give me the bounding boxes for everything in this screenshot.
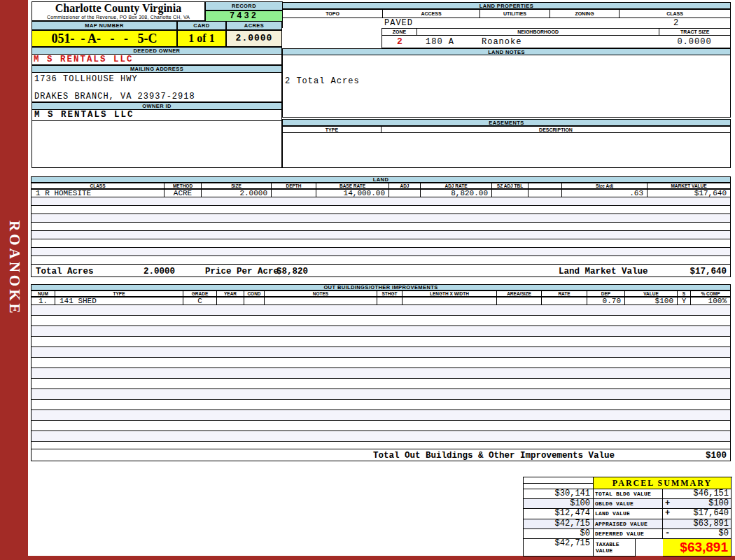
land-value-amount: $17,640 <box>694 509 729 519</box>
card-label: CARD <box>177 21 226 30</box>
total-bldg-amount: $46,151 <box>694 489 729 498</box>
prior-deferred-value: $0 <box>524 529 594 539</box>
neighborhood-name: Roanoke <box>482 37 522 47</box>
land-market-value-header: MARKET VALUE <box>648 183 731 189</box>
address-line-2: DRAKES BRANCH, VA 23937-2918 <box>34 92 195 102</box>
total-acres-label: Total Acres <box>36 267 94 276</box>
land-totals-row: Total Acres 2.0000 Price Per Acre $8,820… <box>31 264 731 277</box>
ob-rate-value <box>542 297 587 305</box>
mailing-address-box: 1736 TOLLHOUSE HWY DRAKES BRANCH, VA 239… <box>31 73 282 102</box>
taxable-value: $63,891 <box>663 539 732 556</box>
zone-value: 2 <box>382 36 417 47</box>
obldg-value-label: OBLDG VALUE <box>594 499 663 509</box>
deeded-owner-label: DEEDED OWNER <box>31 47 282 55</box>
ob-s-header: S <box>678 290 691 297</box>
land-class-value: 1 R HOMESITE <box>31 189 164 197</box>
outbuildings-empty-rows <box>31 305 731 449</box>
land-notes-title: LAND NOTES <box>282 48 731 55</box>
ob-value-header: VALUE <box>625 290 678 297</box>
ob-length-width-header: LENGTH X WIDTH <box>402 290 497 297</box>
deferred-value: - $0 <box>663 529 732 539</box>
ob-notes-header: NOTES <box>265 290 377 297</box>
land-adj-rate-header: ADJ RATE <box>421 183 492 189</box>
prior-total-bldg-value: $30,141 <box>524 489 594 499</box>
ob-area-size-value <box>497 297 542 305</box>
land-base-rate-header: BASE RATE <box>316 183 389 189</box>
appraised-value: $63,891 <box>663 519 732 529</box>
ob-cond-value <box>244 297 265 305</box>
land-table-row: 1 R HOMESITE ACRE 2.0000 14,000.00 8,820… <box>31 189 731 197</box>
topo-header: TOPO <box>282 9 383 18</box>
obldg-amount: $100 <box>708 499 729 508</box>
land-empty-rows <box>31 197 731 264</box>
land-market-value-total: $17,640 <box>690 267 727 276</box>
easements-title: EASEMENTS <box>282 119 731 126</box>
left-empty-box <box>31 121 282 168</box>
price-per-acre-value: $8,820 <box>276 267 308 276</box>
property-record-card: ROANOKE Charlotte County Virginia Commis… <box>0 0 735 560</box>
district-name-vertical: ROANOKE <box>5 184 23 352</box>
land-properties-header-row: TOPO ACCESS UTILITIES ZONING CLASS <box>282 9 731 18</box>
land-note: 2 Total Acres <box>285 76 360 86</box>
ob-s-value: Y <box>678 297 691 305</box>
county-title: Charlotte County Virginia <box>32 2 204 15</box>
obldg-value: + $100 <box>663 499 732 509</box>
class-header: CLASS <box>620 9 731 18</box>
deeded-owner-value: M S RENTALS LLC <box>31 55 282 65</box>
easements-header-row: TYPE DESCRIPTION <box>282 126 731 133</box>
ob-sthgt-value <box>377 297 402 305</box>
outbuildings-table-row: 1. 141 SHED C 0.70 $100 Y 100% <box>31 297 731 305</box>
land-notes-box: 2 Total Acres <box>282 55 731 118</box>
county-subtitle: Commissioner of the Revenue, PO Box 308,… <box>32 15 204 20</box>
tract-size-value: 0.0000 <box>661 37 728 47</box>
land-method-header: METHOD <box>164 183 202 189</box>
land-size-adj-header: Size Adj <box>562 183 648 189</box>
deferred-value-label: DEFERRED VALUE <box>594 529 663 539</box>
land-size-header: SIZE <box>202 183 272 189</box>
class-value: 2 <box>620 18 732 28</box>
land-table-header: CLASS METHOD SIZE DEPTH BASE RATE ADJ AD… <box>31 183 731 189</box>
land-value-op: + <box>665 509 670 519</box>
deferred-amount: $0 <box>719 529 729 538</box>
ob-year-value <box>217 297 244 305</box>
prior-appraised-value: $42,715 <box>524 519 594 529</box>
parcel-summary: PARCEL SUMMARY $30,141 TOTAL BLDG VALUE … <box>523 477 732 556</box>
land-blank-header <box>528 183 562 189</box>
total-bldg-value-label: TOTAL BLDG VALUE <box>594 489 663 499</box>
acres-value: 2.0000 <box>226 30 282 47</box>
prior-taxable-value: $42,715 <box>524 539 594 556</box>
easements-box <box>282 133 731 168</box>
land-size-value: 2.0000 <box>202 189 272 197</box>
land-market-value-label: Land Market Value <box>559 267 648 276</box>
ob-rate-header: RATE <box>542 290 587 297</box>
acres-label: ACRES <box>226 21 282 30</box>
access-value: PAVED <box>384 18 413 28</box>
taxable-value-label: TAXABLE VALUE <box>594 539 636 556</box>
land-section-title: LAND <box>31 176 731 183</box>
ob-comp-header: % COMP <box>691 290 731 297</box>
ob-comp-value: 100% <box>691 297 731 305</box>
ob-value: $100 <box>625 297 678 305</box>
land-market-value: $17,640 <box>648 189 731 197</box>
owner-id-label: OWNER ID <box>31 102 282 110</box>
outbuildings-section-title: OUT BUILDINGS/OTHER IMPROVEMENTS <box>31 284 731 290</box>
neighborhood-label: NEIGHBORHOOD <box>417 29 660 36</box>
zone-neighborhood-box: ZONE NEIGHBORHOOD TRACT SIZE 2 180 A Roa… <box>382 28 731 48</box>
county-header: Charlotte County Virginia Commissioner o… <box>31 1 205 21</box>
land-value-label: LAND VALUE <box>594 509 663 519</box>
ob-length-width-value <box>402 297 497 305</box>
access-header: ACCESS <box>383 9 480 18</box>
outbuildings-total-label: Total Out Buildings & Other Improvements… <box>373 451 615 461</box>
ob-type-header: TYPE <box>55 290 183 297</box>
mailing-address-label: MAILING ADDRESS <box>31 65 282 73</box>
ob-year-header: YEAR <box>217 290 244 297</box>
outbuildings-table-header: NUM TYPE GRADE YEAR COND NOTES STHGT LEN… <box>31 290 731 297</box>
card-value: 1 of 1 <box>177 30 226 47</box>
appraised-value-label: APPRAISED VALUE <box>594 519 663 529</box>
price-per-acre-label: Price Per Acre <box>205 267 279 276</box>
ob-area-size-header: AREA/SIZE <box>497 290 542 297</box>
parcel-summary-blank-cell <box>524 477 594 489</box>
land-adj-value <box>389 189 421 197</box>
address-line-1: 1736 TOLLHOUSE HWY <box>34 74 138 84</box>
land-properties-values: PAVED 2 <box>282 18 731 28</box>
